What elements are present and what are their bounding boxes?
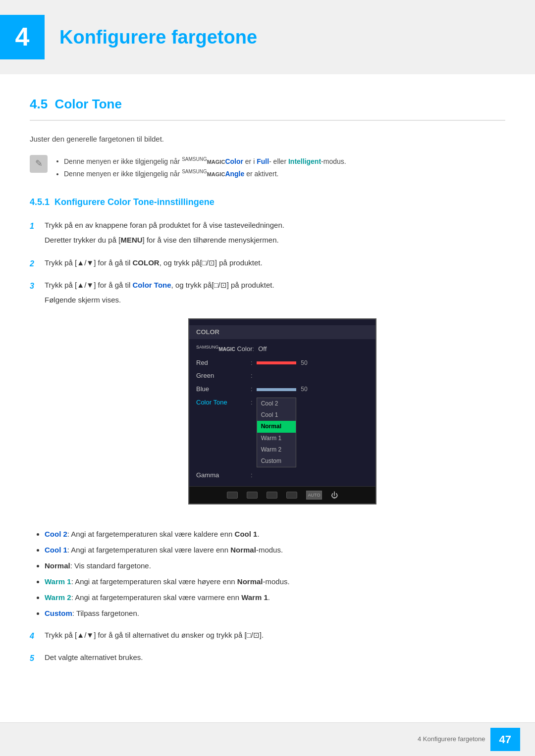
step-content-2: Trykk på [▲/▼] for å gå til COLOR, og tr… — [45, 257, 505, 269]
screen-label-red: Red — [196, 358, 251, 368]
dropdown-normal: Normal — [257, 421, 296, 432]
step-content-4: Trykk på [▲/▼] for å gå til alternativet… — [45, 629, 505, 641]
screen-label-gamma: Gamma — [196, 470, 251, 481]
screen-bar-red — [257, 361, 296, 364]
chapter-title: Konfigurere fargetone — [59, 22, 257, 52]
screen-btn-2 — [247, 492, 258, 499]
step-4: 4 Trykk på [▲/▼] for å gå til alternativ… — [30, 629, 505, 643]
footer-page-number: 47 — [490, 728, 520, 751]
screen-row-magic-color: SAMSUNGMAGIC Color : Off — [189, 342, 375, 356]
bullet-cool2: Cool 2: Angi at fargetemperaturen skal v… — [45, 528, 505, 540]
screen-num-red: 50 — [301, 359, 307, 366]
footer-text: 4 Konfigurere fargetone — [418, 734, 485, 745]
step-2: 2 Trykk på [▲/▼] for å gå til COLOR, og … — [30, 257, 505, 270]
bullet-normal: Normal: Vis standard fargetone. — [45, 560, 505, 572]
screen-label-green: Green — [196, 371, 251, 381]
bullet-cool1: Cool 1: Angi at fargetemperaturen skal v… — [45, 544, 505, 556]
note-list: Denne menyen er ikke tilgjengelig når SA… — [55, 155, 346, 181]
bullet-custom: Custom: Tilpass fargetonen. — [45, 607, 505, 619]
screen-row-red: Red : 50 — [189, 356, 375, 370]
screen-btn-1 — [227, 492, 238, 499]
note-item-2: Denne menyen er ikke tilgjengelig når SA… — [64, 167, 346, 180]
screen-row-green: Green : — [189, 369, 375, 383]
dropdown-custom: Custom — [257, 455, 296, 467]
screen-row-gamma: Gamma : — [189, 469, 375, 482]
section-heading: 4.5 Color Tone — [30, 94, 505, 121]
step-content-3: Trykk på [▲/▼] for å gå til Color Tone, … — [45, 279, 505, 520]
dropdown-cool1: Cool 1 — [257, 409, 296, 421]
step-1: 1 Trykk på en av knappene foran på produ… — [30, 219, 505, 248]
step-3: 3 Trykk på [▲/▼] for å gå til Color Tone… — [30, 279, 505, 520]
main-content: 4.5 Color Tone Juster den generelle farg… — [0, 94, 535, 713]
screen-val-magic: Off — [258, 344, 369, 354]
step-number-4: 4 — [30, 630, 45, 643]
screen-btn-3 — [267, 492, 277, 499]
screen-num-blue: 50 — [301, 386, 307, 393]
step-1-subline: Deretter trykker du på [MENU] for å vise… — [45, 234, 505, 246]
bullet-warm2: Warm 2: Angi at fargetemperaturen skal v… — [45, 592, 505, 604]
section-intro: Juster den generelle fargetonen til bild… — [30, 133, 505, 145]
step-number-1: 1 — [30, 220, 45, 233]
screen-row-color-tone: Color Tone : Cool 2 Cool 1 Normal Warm 1… — [189, 396, 375, 469]
dropdown-warm1: Warm 1 — [257, 433, 296, 444]
step-3-subline: Følgende skjerm vises. — [45, 294, 505, 306]
screen-title: COLOR — [189, 325, 375, 340]
dropdown-cool2: Cool 2 — [257, 398, 296, 409]
page-footer: 4 Konfigurere fargetone 47 — [0, 722, 535, 756]
chapter-number-block: 4 — [0, 15, 45, 59]
bullet-list: Cool 2: Angi at fargetemperaturen skal v… — [45, 528, 505, 619]
screen-bar-blue — [257, 388, 296, 391]
note-icon: ✎ — [30, 155, 48, 173]
step-number-2: 2 — [30, 257, 45, 270]
step-number-5: 5 — [30, 652, 45, 665]
screen-bottom-bar: AUTO ⏻ — [189, 486, 375, 504]
subsection-heading: 4.5.1 Konfigurere Color Tone-innstilling… — [30, 195, 505, 209]
step-content-1: Trykk på en av knappene foran på produkt… — [45, 219, 505, 248]
screen-container: COLOR SAMSUNGMAGIC Color : Off Red : — [59, 318, 505, 505]
step-number-3: 3 — [30, 280, 45, 293]
note-box: ✎ Denne menyen er ikke tilgjengelig når … — [30, 155, 505, 181]
screen-label-magic: SAMSUNGMAGIC Color — [196, 344, 253, 354]
screen-power-icon: ⏻ — [331, 490, 338, 501]
step-content-5: Det valgte alternativet brukes. — [45, 652, 505, 663]
bullet-warm1: Warm 1: Angi at fargetemperaturen skal v… — [45, 576, 505, 588]
chapter-number: 4 — [15, 16, 30, 57]
screen-row-blue: Blue : 50 — [189, 383, 375, 396]
screen-btn-4 — [286, 492, 297, 499]
screen-dropdown: Cool 2 Cool 1 Normal Warm 1 Warm 2 Custo… — [257, 398, 296, 467]
step-5: 5 Det valgte alternativet brukes. — [30, 652, 505, 665]
screen-image: COLOR SAMSUNGMAGIC Color : Off Red : — [188, 318, 376, 505]
screen-btn-auto: AUTO — [306, 491, 322, 500]
note-item-1: Denne menyen er ikke tilgjengelig når SA… — [64, 155, 346, 168]
dropdown-warm2: Warm 2 — [257, 444, 296, 455]
page-header: 4 Konfigurere fargetone — [0, 0, 535, 74]
screen-label-blue: Blue — [196, 384, 251, 395]
screen-label-color-tone: Color Tone — [196, 398, 251, 408]
